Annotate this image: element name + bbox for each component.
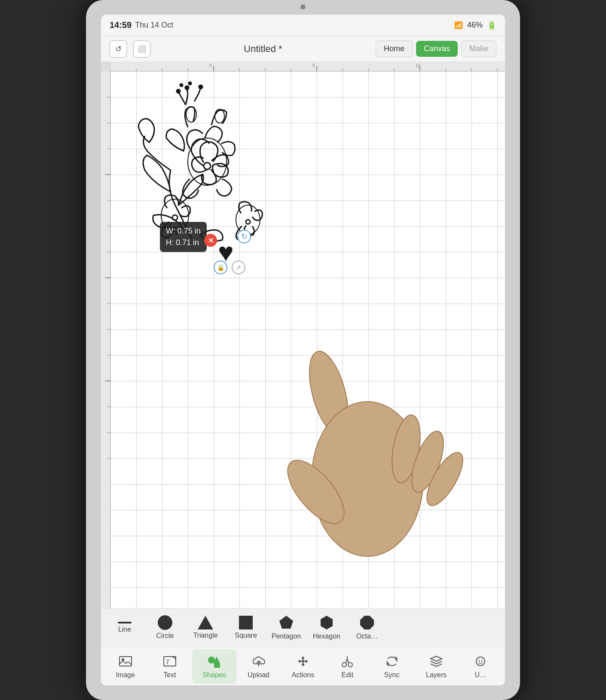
battery-icon: 🔋 [487,21,496,30]
svg-line-43 [181,97,186,105]
shape-pentagon[interactable]: Pentagon [267,611,306,645]
save-button[interactable]: ⬜ [133,40,150,58]
toolbar-layers[interactable]: Layers [414,649,458,684]
svg-point-50 [185,86,189,89]
make-button[interactable]: Make [461,40,496,57]
lock-handle[interactable]: 🔒 [214,261,227,274]
svg-point-54 [302,347,355,439]
image-label: Image [116,671,135,679]
top-bar-left: ↺ ⬜ [110,40,150,58]
square-label: Square [235,632,257,639]
status-date: Thu 14 Oct [135,21,173,30]
canvas-main[interactable]: ♥ W: 0.75 in H: 0.71 in ✕ ↻ [110,71,505,608]
svg-text:4: 4 [209,63,212,68]
hand-svg [273,341,505,608]
svg-point-36 [188,138,226,185]
circle-label: Circle [156,632,174,640]
svg-point-57 [405,427,450,496]
svg-marker-60 [279,616,293,629]
svg-point-49 [177,89,180,93]
svg-point-58 [420,447,469,510]
toolbar-image[interactable]: Image [103,649,147,684]
toolbar-actions[interactable]: Actions [281,649,325,684]
save-icon: ⬜ [138,45,146,53]
ruler-corner [101,62,110,71]
front-camera [300,4,306,9]
svg-point-39 [246,220,250,224]
edit-label: Edit [342,671,354,679]
resize-handle[interactable]: ↗ [232,261,245,274]
svg-point-42 [215,109,224,123]
height-label: H: 0.71 in [166,237,201,249]
shape-square[interactable]: Square [226,611,265,645]
top-bar: ↺ ⬜ Untitled * Home Canvas Make [101,36,505,62]
ruler-top: 4 8 12 [101,62,505,71]
delete-button[interactable]: ✕ [204,234,217,247]
width-label: W: 0.75 in [166,225,201,237]
shape-circle[interactable]: Circle [146,611,184,645]
svg-text:U: U [478,658,483,665]
ipad-frame: 14:59 Thu 14 Oct 📶 46% 🔋 ↺ ⬜ Untitled * [86,0,520,700]
canvas-button[interactable]: Canvas [416,41,458,57]
octagon-label: Octa… [356,632,378,640]
ruler-v-svg [101,71,110,608]
pentagon-icon [279,615,294,630]
ruler-h-svg: 4 8 12 [110,62,505,71]
toolbar-upload[interactable]: Upload [236,649,281,684]
hexagon-icon [319,615,334,630]
svg-text:12: 12 [416,63,421,68]
layers-icon [428,654,444,669]
svg-point-35 [204,163,211,169]
battery-indicator: 46% [467,21,483,30]
undo-icon: ↺ [115,44,122,54]
toolbar-u[interactable]: U U… [459,649,503,684]
svg-marker-62 [360,616,374,629]
u-icon: U [473,654,488,669]
status-right: 📶 46% 🔋 [454,21,496,30]
status-bar: 14:59 Thu 14 Oct 📶 46% 🔋 [101,15,505,36]
shape-octagon[interactable]: Octa… [348,611,386,645]
actions-label: Actions [292,671,314,679]
home-button[interactable]: Home [376,40,413,57]
main-toolbar: Image T Text [101,647,505,685]
hexagon-label: Hexagon [313,632,340,640]
shape-hexagon[interactable]: Hexagon [307,611,346,645]
toolbar-sync[interactable]: Sync [370,649,414,684]
toolbar-text[interactable]: T Text [147,649,192,684]
hand-overlay [273,341,505,608]
svg-rect-69 [214,663,220,668]
shapes-bar: Line Circle Triangle Square [101,608,505,647]
svg-point-51 [199,85,202,89]
triangle-label: Triangle [193,632,217,639]
u-label: U… [475,671,487,679]
svg-point-52 [189,82,191,85]
line-label: Line [118,626,131,633]
sync-icon [384,654,400,669]
wifi-icon: 📶 [454,21,463,29]
toolbar-shapes[interactable]: Shapes [192,649,236,684]
toolbar-edit[interactable]: Edit [325,649,370,684]
image-icon [118,654,133,669]
square-icon [239,616,253,629]
svg-point-74 [348,663,352,667]
status-left: 14:59 Thu 14 Oct [110,20,173,30]
rotate-handle[interactable]: ↻ [237,230,251,243]
line-icon [118,622,132,623]
shape-line[interactable]: Line [105,611,144,645]
svg-text:T: T [166,659,170,665]
undo-button[interactable]: ↺ [110,40,127,58]
horizontal-ruler: 4 8 12 [110,62,505,71]
svg-point-56 [388,413,425,485]
shape-triangle[interactable]: Triangle [186,611,225,645]
document-title: Untitled * [150,43,376,55]
rotate-icon: ↻ [241,232,248,241]
edit-icon [340,654,355,669]
triangle-icon [198,616,213,629]
svg-point-59 [278,451,354,532]
status-time: 14:59 [110,20,132,30]
svg-line-76 [347,659,349,663]
svg-rect-63 [119,657,132,666]
pentagon-label: Pentagon [272,632,301,640]
lock-icon: 🔒 [217,264,224,271]
svg-marker-61 [321,616,333,629]
